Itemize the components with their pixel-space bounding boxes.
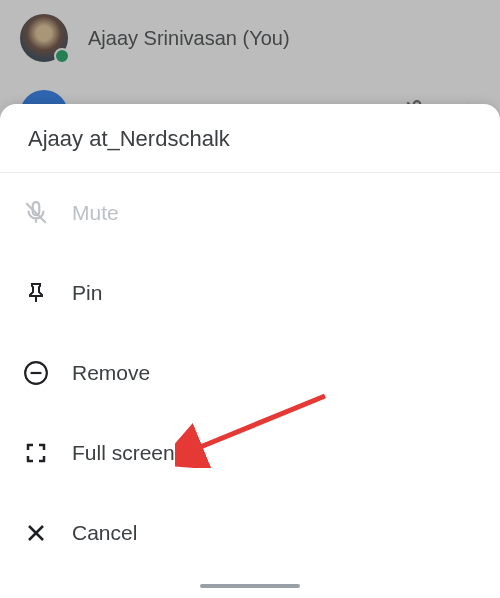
remove-icon <box>22 359 50 387</box>
fullscreen-option[interactable]: Full screen <box>0 413 500 493</box>
menu-label: Mute <box>72 201 119 225</box>
mute-option: Mute <box>0 173 500 253</box>
menu-label: Remove <box>72 361 150 385</box>
pin-icon <box>22 279 50 307</box>
pin-option[interactable]: Pin <box>0 253 500 333</box>
mute-icon <box>22 199 50 227</box>
action-bottom-sheet: Ajaay at_Nerdschalk Mute Pin <box>0 104 500 598</box>
fullscreen-icon <box>22 439 50 467</box>
close-icon <box>22 519 50 547</box>
cancel-option[interactable]: Cancel <box>0 493 500 573</box>
drag-handle[interactable] <box>200 584 300 588</box>
menu-label: Cancel <box>72 521 137 545</box>
menu-label: Pin <box>72 281 102 305</box>
menu-label: Full screen <box>72 441 175 465</box>
remove-option[interactable]: Remove <box>0 333 500 413</box>
sheet-title: Ajaay at_Nerdschalk <box>0 104 500 173</box>
